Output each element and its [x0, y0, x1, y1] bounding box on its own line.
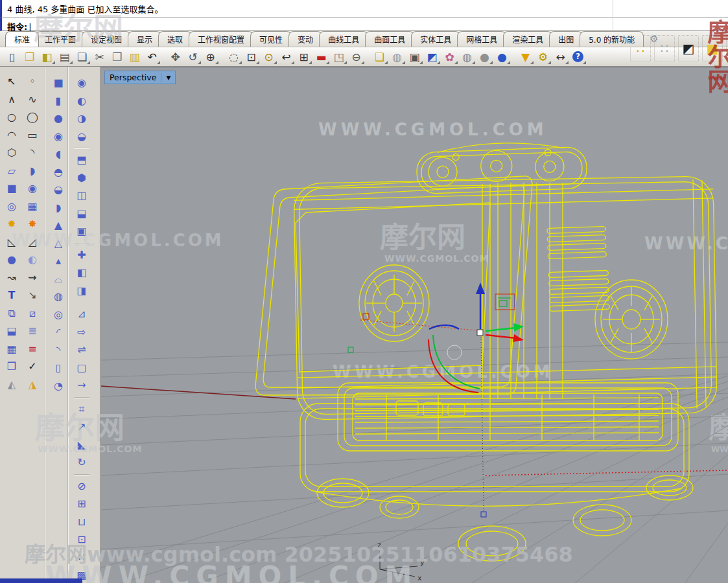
truncated-cone-tool[interactable]: △ [48, 234, 69, 253]
teardrop-tool[interactable]: ◗ [48, 199, 69, 217]
viewport-layout-button[interactable]: ⊞ [295, 48, 312, 65]
tab-render-tools[interactable]: 渲染工具 [503, 31, 552, 47]
boolean-union-tool[interactable]: ● [1, 251, 22, 269]
group-objects-button[interactable]: ❑ [371, 48, 388, 65]
pipe-elbow-tool[interactable]: ◜ [48, 323, 69, 341]
named-view-button[interactable]: ▬ [312, 48, 330, 65]
zoom-window-button[interactable]: ◌ [225, 48, 242, 65]
array-tool[interactable]: ≣ [22, 322, 43, 340]
half-cylinder-tool[interactable]: ▯ [48, 359, 69, 377]
hexagon-solid-tool[interactable]: ⬢ [71, 169, 93, 187]
perspective-viewport[interactable]: Perspective ▼ WWW.CGMOL.COMWWW.CGMOL.COM… [100, 67, 728, 583]
swap-display-color-button[interactable]: ◩ [678, 35, 699, 62]
array-linear-tool[interactable]: ≡ [22, 340, 43, 358]
viewport-title-tab[interactable]: Perspective ▼ [104, 71, 176, 84]
solid-sphere-tool[interactable]: ● [48, 109, 69, 128]
tab-curve-tools[interactable]: 曲线工具 [319, 31, 368, 47]
tab-mesh-tools[interactable]: 网格工具 [457, 31, 506, 47]
pipe-hole-tool[interactable]: ⊔ [71, 513, 93, 531]
spotlight-button[interactable]: ▼ [517, 48, 534, 65]
polyline-tool[interactable]: ∧ [1, 91, 22, 109]
print-button[interactable]: ▤ [56, 48, 73, 65]
polygon-tool[interactable]: ⬡ [1, 144, 22, 162]
move-points-tool[interactable]: ↘ [22, 286, 43, 304]
tab-solid-tools[interactable]: 实体工具 [411, 31, 460, 47]
tab-cplane[interactable]: 工作平面 [36, 31, 85, 47]
help-button[interactable]: ? [569, 48, 587, 65]
array-grid-tool[interactable]: ▦ [1, 340, 22, 358]
ellipse-tool[interactable]: ◯ [22, 108, 43, 126]
shaded-display-button[interactable]: ● [476, 48, 493, 65]
boolean-difference-tool[interactable]: ◐ [22, 251, 43, 269]
ellipsoid-tool[interactable]: ◖ [48, 145, 69, 163]
merge-solid-tool[interactable]: ✚ [71, 246, 93, 264]
move-face-tool[interactable]: ⇌ [71, 341, 93, 359]
chevron-down-icon[interactable]: ▼ [166, 74, 170, 81]
command-prompt[interactable]: 指令:| [0, 17, 728, 31]
color-picker-button[interactable]: ✿ [441, 48, 458, 65]
open-file-button[interactable]: ❐ [21, 48, 38, 65]
tab-visibility[interactable]: 可见性 [250, 31, 292, 47]
truncated-pyramid-tool[interactable]: ⌓ [48, 270, 69, 288]
arc-tool[interactable]: ◠ [1, 126, 22, 144]
zoom-selected-button[interactable]: ⊙ [260, 48, 277, 65]
zoom-dynamic-button[interactable]: ⊕ [202, 48, 219, 65]
save-file-button[interactable]: ◧ [38, 48, 56, 65]
control-points-off-button[interactable]: ∷ [654, 35, 675, 62]
cage-edit-tool[interactable]: ⬓ [1, 322, 22, 340]
slab-tool[interactable]: ⬓ [71, 205, 93, 223]
ellipsoid-corner-tool[interactable]: ◓ [48, 163, 69, 181]
solid-box-tool[interactable]: ■ [48, 74, 69, 92]
tab-display[interactable]: 显示 [128, 31, 161, 47]
extend-curve-tool[interactable]: ↝ [1, 269, 22, 287]
align-tool[interactable]: ⧉ [1, 304, 22, 323]
tab-select[interactable]: 选取 [158, 31, 192, 47]
shade-box-tool[interactable]: ◧ [71, 264, 93, 282]
offset-curve-tool[interactable]: ⇝ [22, 269, 43, 287]
torus-surface-tool[interactable]: ◎ [1, 198, 22, 216]
cap-holes-tool[interactable]: ◫ [71, 187, 93, 205]
tab-standard[interactable]: 标准 [5, 31, 39, 47]
tab-viewport-layout[interactable]: 工作视窗配置 [189, 31, 253, 47]
lights-button[interactable]: ◍ [388, 48, 406, 65]
lock-objects-button[interactable]: ▣ [406, 48, 423, 65]
chamfer-edge-tool[interactable]: ◿ [22, 233, 43, 251]
select-solids-button[interactable]: ■ [702, 35, 723, 62]
check-objects-tool[interactable]: ✓ [22, 358, 43, 376]
rotate-view-button[interactable]: ↺ [184, 48, 202, 65]
extrude-solid-tool[interactable]: ⬒ [71, 151, 93, 169]
primitives-tool[interactable]: ◭ [1, 376, 22, 394]
counterbore-hole-tool[interactable]: ∷ [71, 549, 93, 567]
rectangle-tool[interactable]: ▭ [22, 126, 43, 144]
dimension-button[interactable]: ↔ [552, 48, 569, 65]
solid-points-on-tool[interactable]: ⌗ [71, 400, 93, 418]
rotate-face-tool[interactable]: ↻ [71, 453, 93, 472]
mesh-surface-tool[interactable]: ▦ [22, 198, 43, 216]
round-hole-tool[interactable]: ⊘ [71, 477, 93, 496]
boolean-union-solid-tool[interactable]: ◉ [71, 74, 93, 92]
layout-tool[interactable]: ❒ [1, 358, 22, 376]
chamfer-face-tool[interactable]: ◣ [71, 436, 93, 454]
export-button[interactable]: ❏ [73, 48, 91, 65]
viewport-canvas[interactable]: z y x [101, 67, 728, 583]
boolean-difference-solid-tool[interactable]: ◐ [71, 92, 93, 110]
patch-surface-tool[interactable]: ◗ [22, 162, 43, 180]
extrude-face-tool[interactable]: ⇨ [71, 323, 93, 341]
wireframe-display-button[interactable]: ◍ [458, 48, 476, 65]
sphere-tool[interactable]: ◉ [22, 179, 43, 198]
tab-drafting[interactable]: 出图 [549, 31, 583, 47]
capped-cylinder-tool[interactable]: ◔ [48, 377, 69, 395]
new-file-button[interactable]: ▯ [3, 48, 21, 65]
explode-tool[interactable]: ✸ [22, 215, 43, 233]
zoom-extents-button[interactable]: ⊡ [242, 48, 260, 65]
layers-button[interactable]: ◩ [423, 48, 441, 65]
circle-tool[interactable]: ○ [1, 108, 22, 126]
tab-new-in-v5[interactable]: 5.0 的新功能 [580, 31, 644, 47]
facet-box-tool[interactable]: ◨ [71, 282, 93, 300]
boolean-intersection-tool[interactable]: ◑ [71, 109, 93, 128]
tab-surface-tools[interactable]: 曲面工具 [365, 31, 414, 47]
pipe-elbow-2-tool[interactable]: ◝ [48, 341, 69, 360]
sphere-diameter-tool[interactable]: ◉ [48, 128, 69, 146]
rendered-display-button[interactable]: ● [493, 48, 511, 65]
hole-frame-tool[interactable]: ⊞ [71, 495, 93, 513]
